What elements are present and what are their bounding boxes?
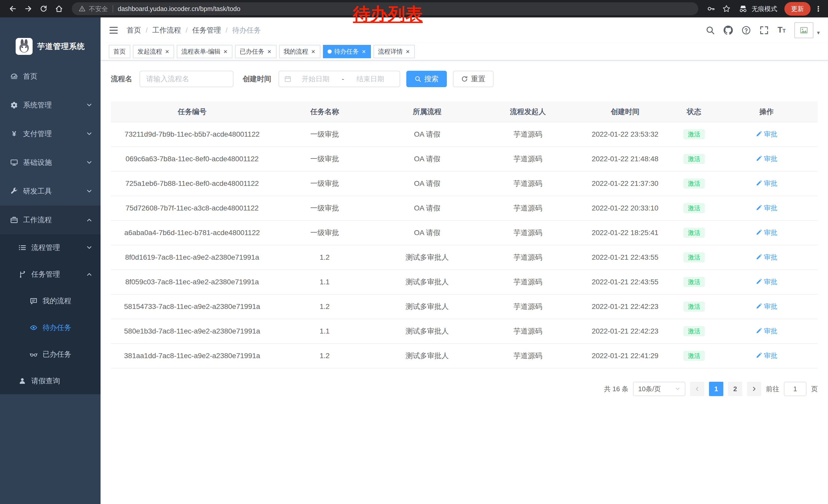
table-row: 8f0d1619-7ac8-11ec-a9e2-a2380e71991a1.2测… [111,245,818,270]
action-cell: 审批 [715,294,818,319]
status-badge: 激活 [683,277,705,287]
status-cell: 激活 [673,171,715,196]
star-icon[interactable] [720,2,733,15]
active-tab-dot [328,49,332,54]
sidebar-item-infrastructure[interactable]: 基础设施 [0,148,100,177]
sidebar-item-leave-query[interactable]: 请假查询 [0,368,100,394]
approve-link[interactable]: 审批 [756,351,777,360]
approve-link[interactable]: 审批 [756,277,777,286]
menu-item-label: 待办任务 [43,323,100,332]
sidebar-item-todo-task[interactable]: 待办任务 [0,314,100,341]
table-row: 8f059c03-7ac8-11ec-a9e2-a2380e71991a1.1测… [111,270,818,294]
tab-my-processes[interactable]: 我的流程× [279,45,320,58]
url-separator [113,5,113,12]
sidebar: 芋道管理系统 首页系统管理¥支付管理基础设施研发工具工作流程流程管理任务管理我的… [0,17,100,504]
approve-link[interactable]: 审批 [756,302,777,311]
page-buttons: 12 [709,382,742,396]
tab-label: 首页 [113,47,126,56]
edit-icon [756,180,762,186]
breadcrumb-separator: / [186,26,188,34]
chevron-down-icon [86,131,92,137]
approve-link[interactable]: 审批 [756,203,777,213]
created-time-cell: 2022-01-21 22:42:23 [577,319,673,343]
hamburger-icon[interactable] [109,26,119,35]
breadcrumb-item[interactable]: 任务管理 [192,26,221,35]
tab-label: 发起流程 [137,47,162,56]
tab-label: 已办任务 [240,47,264,56]
sidebar-item-task-mgmt[interactable]: 任务管理 [0,261,100,288]
sidebar-menu: 首页系统管理¥支付管理基础设施研发工具工作流程流程管理任务管理我的流程待办任务已… [0,62,100,394]
image-placeholder-icon [800,26,808,34]
chevron-up-icon [86,217,92,223]
page-unit-label: 页 [811,384,818,394]
breadcrumb-separator: / [146,26,148,34]
refresh-icon [461,76,468,82]
initiator-cell: 芋道源码 [479,343,577,368]
navbar: 首页/工作流程/任务管理/待办任务 TT ▾ [100,17,828,43]
reload-icon[interactable] [37,2,50,15]
github-icon[interactable] [723,26,733,35]
chat-icon [30,297,37,305]
approve-link[interactable]: 审批 [756,154,777,163]
tab-launch-process[interactable]: 发起流程× [133,45,174,58]
tab-home[interactable]: 首页 [109,45,130,58]
table-row: 73211d9d-7b9b-11ec-b5b7-acde48001122一级审批… [111,122,818,147]
back-icon[interactable] [6,2,19,15]
home-icon[interactable] [52,2,66,15]
approve-link-label: 审批 [764,228,777,237]
close-icon[interactable]: × [362,48,366,55]
kebab-menu-icon[interactable]: ⋮ [815,5,822,13]
page-size-select[interactable]: 10条/页 [633,382,686,396]
sidebar-item-done-task[interactable]: 已办任务 [0,341,100,368]
avatar[interactable] [794,22,813,38]
goto-page-input[interactable] [784,382,806,396]
reset-button[interactable]: 重置 [453,71,494,87]
page-button-1[interactable]: 1 [709,382,723,396]
search-icon[interactable] [706,26,715,35]
fontsize-icon[interactable]: TT [778,26,786,35]
breadcrumb-item[interactable]: 工作流程 [152,26,181,35]
search-button[interactable]: 搜索 [406,71,447,87]
update-button[interactable]: 更新 [784,2,811,16]
sidebar-item-my-process[interactable]: 我的流程 [0,288,100,314]
close-icon[interactable]: × [405,48,410,55]
sidebar-item-workflow[interactable]: 工作流程 [0,205,100,234]
table-row: 75d72608-7b7f-11ec-a3c8-acde48001122一级审批… [111,196,818,221]
approve-link[interactable]: 审批 [756,228,777,237]
sidebar-item-home[interactable]: 首页 [0,62,100,91]
tab-done-tasks[interactable]: 已办任务× [235,45,276,58]
prev-page-button[interactable] [690,382,704,396]
date-range-picker[interactable]: 开始日期 - 结束日期 [279,71,400,87]
close-icon[interactable]: × [267,48,272,55]
approve-link[interactable]: 审批 [756,327,777,335]
process-name-input[interactable] [139,71,234,87]
approve-link[interactable]: 审批 [756,179,777,188]
fullscreen-icon[interactable] [759,26,769,35]
edit-icon [756,229,762,236]
sidebar-item-payment[interactable]: ¥支付管理 [0,120,100,148]
help-icon[interactable] [742,26,751,35]
close-icon[interactable]: × [223,48,228,55]
tab-todo-tasks[interactable]: 待办任务× [323,45,371,58]
sidebar-item-dev-tools[interactable]: 研发工具 [0,177,100,205]
tab-process-detail[interactable]: 流程详情× [373,45,415,58]
tab-label: 流程表单-编辑 [181,47,220,56]
sidebar-item-system[interactable]: 系统管理 [0,91,100,120]
tab-process-form-edit[interactable]: 流程表单-编辑× [177,45,233,58]
breadcrumb-item[interactable]: 首页 [127,26,141,35]
forward-icon[interactable] [22,2,35,15]
approve-link-label: 审批 [764,179,777,188]
edit-icon [756,131,762,137]
approve-link[interactable]: 审批 [756,130,777,139]
close-icon[interactable]: × [311,48,316,55]
page-button-2[interactable]: 2 [728,382,742,396]
next-page-button[interactable] [747,382,761,396]
table-row: 069c6a63-7b8a-11ec-8ef0-acde48001122一级审批… [111,147,818,171]
sidebar-item-process-mgmt[interactable]: 流程管理 [0,234,100,261]
process-cell: OA 请假 [376,171,479,196]
close-icon[interactable]: × [165,48,170,55]
table-row: 58154733-7ac8-11ec-a9e2-a2380e71991a1.2测… [111,294,818,319]
key-icon[interactable] [704,2,718,15]
goto-label: 前往 [766,384,779,394]
approve-link[interactable]: 审批 [756,253,777,262]
